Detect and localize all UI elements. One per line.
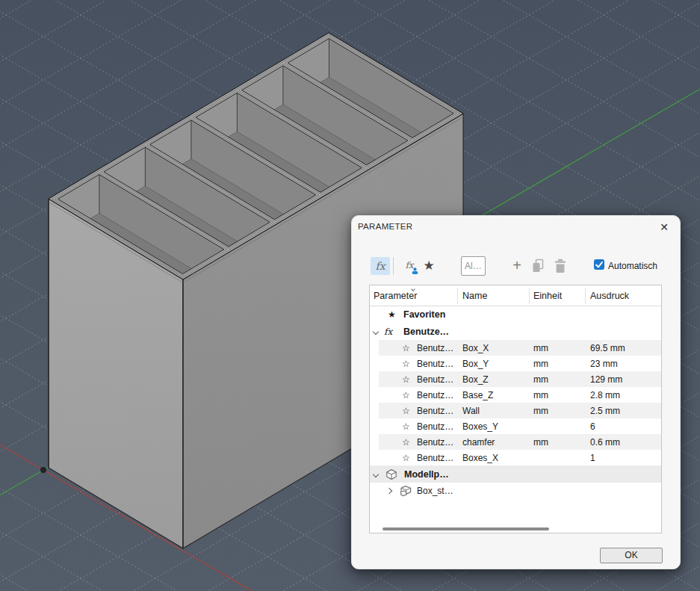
table-rows: ★FavoritenfxBenutze…☆Benutz…Box_Xmm69.5 … [370, 306, 661, 499]
expression-cell: 23 mm [590, 356, 618, 371]
horizontal-scrollbar-thumb[interactable] [382, 527, 549, 530]
unit-cell: mm [533, 356, 548, 371]
unit-cell: mm [533, 387, 548, 403]
parameter-type-cell: Benutz… [417, 371, 453, 387]
favorite-star-icon: ☆ [402, 434, 410, 450]
expression-cell: 2.5 mm [590, 403, 620, 418]
favorite-star-icon: ☆ [402, 450, 410, 465]
table-group-model-parameters[interactable]: Modellp… [370, 465, 661, 483]
table-row-parameter[interactable]: ☆Benutz…Boxes_X1 [370, 450, 661, 465]
unit-cell: mm [533, 340, 548, 356]
name-cell: Base_Z [462, 387, 493, 403]
name-cell: Boxes_X [462, 450, 498, 465]
dialog-title[interactable]: PARAMETER [358, 222, 412, 231]
name-cell: Box_X [462, 340, 489, 356]
application-window: PARAMETER ✕ fx fx ★ + [0, 0, 700, 591]
component-icon [385, 465, 397, 483]
table-header: Parameter Name Einheit Ausdruck [370, 285, 661, 306]
user-parameter-filter-button[interactable]: fx [371, 257, 390, 275]
column-divider [457, 288, 458, 304]
filter-input[interactable] [461, 256, 486, 276]
table-row-parameter[interactable]: ☆Benutz…Boxes_Y6 [370, 418, 661, 434]
row-expander [387, 483, 391, 499]
star-icon: ★ [423, 259, 434, 273]
name-cell: chamfer [462, 434, 495, 450]
cube-icon [385, 468, 397, 480]
fx-icon: fx [384, 323, 392, 340]
origin-point[interactable] [40, 467, 46, 473]
table-row-favorites[interactable]: ★Favoriten [370, 306, 661, 323]
parameter-type-cell: Benutz… [417, 340, 453, 356]
trash-icon [555, 259, 566, 273]
delete-button[interactable] [554, 259, 567, 273]
table-row-parameter[interactable]: ☆Benutz…Box_Ymm23 mm [370, 356, 661, 371]
plus-icon: + [512, 257, 521, 273]
copy-button[interactable] [531, 259, 546, 273]
parameter-dialog: PARAMETER ✕ fx fx ★ + [351, 215, 681, 569]
name-cell: Box_Z [462, 371, 489, 387]
name-cell: Boxes_Y [462, 418, 498, 434]
favorite-star-icon: ☆ [402, 371, 410, 387]
column-divider [585, 288, 586, 304]
expression-cell: 69.5 mm [590, 340, 625, 356]
unit-cell: mm [533, 371, 548, 387]
expression-cell: 1 [590, 450, 595, 465]
favorites-star-icon: ★ [388, 306, 396, 323]
favorite-star-icon: ☆ [402, 418, 410, 434]
expression-cell: 2.8 mm [590, 387, 620, 403]
close-icon[interactable]: ✕ [657, 220, 672, 235]
name-cell: Box_Y [462, 356, 489, 371]
table-row-parameter[interactable]: ☆Benutz…chamfermm0.6 mm [370, 434, 661, 450]
chevron-down-icon [373, 328, 379, 334]
favorites-filter-button[interactable]: ★ [421, 257, 436, 275]
person-icon [412, 267, 418, 274]
parameter-type-cell: Benutz… [417, 434, 453, 450]
unit-cell: mm [533, 403, 548, 418]
unit-cell: mm [533, 434, 548, 450]
add-parameter-button[interactable]: + [509, 257, 524, 275]
body-icon [400, 485, 412, 497]
name-cell: Wall [462, 403, 480, 418]
check-icon [594, 259, 604, 270]
expression-cell: 6 [590, 418, 595, 434]
parameter-type-cell: Benutz… [417, 387, 453, 403]
expression-cell: 0.6 mm [590, 434, 620, 450]
favorite-star-icon: ☆ [402, 403, 410, 418]
group-expander [374, 465, 378, 483]
body-label: Box_st… [417, 483, 453, 499]
table-row-parameter[interactable]: ☆Benutz…Box_Zmm129 mm [370, 371, 661, 387]
chevron-down-icon [373, 471, 379, 477]
toolbar-divider [393, 257, 394, 275]
column-header-einheit: Einheit [533, 285, 562, 306]
favorites-label: Favoriten [403, 306, 445, 323]
table-row-parameter[interactable]: ☆Benutz…Base_Zmm2.8 mm [370, 387, 661, 403]
group-label: Benutze… [403, 323, 449, 340]
favorite-star-icon: ☆ [402, 387, 410, 403]
favorite-star-icon: ☆ [402, 356, 410, 371]
body-icon [400, 483, 412, 499]
expression-cell: 129 mm [590, 371, 622, 387]
parameter-type-cell: Benutz… [417, 450, 453, 465]
table-row-parameter[interactable]: ☆Benutz…Wallmm2.5 mm [370, 403, 661, 418]
auto-checkbox-label: Automatisch [608, 257, 657, 275]
favorite-star-icon: ☆ [402, 340, 410, 356]
group-expander [374, 323, 378, 340]
column-header-name: Name [462, 285, 487, 306]
column-header-ausdruck: Ausdruck [590, 285, 629, 306]
copy-icon [533, 260, 543, 273]
fx-icon: fx [375, 260, 385, 272]
table-row-parameter[interactable]: ☆Benutz…Box_Xmm69.5 mm [370, 340, 661, 356]
group-label: Modellp… [404, 465, 449, 483]
parameter-table: Parameter Name Einheit Ausdruck ★Favorit… [369, 285, 662, 533]
auto-checkbox[interactable] [594, 259, 604, 270]
table-group-user-parameters[interactable]: fxBenutze… [370, 323, 661, 340]
chevron-right-icon [386, 488, 392, 494]
ok-button[interactable]: OK [600, 548, 663, 563]
parameter-type-cell: Benutz… [417, 356, 453, 371]
column-divider [529, 288, 530, 304]
parameter-type-cell: Benutz… [417, 418, 453, 434]
column-header-parameter: Parameter [374, 285, 417, 306]
parameter-type-cell: Benutz… [417, 403, 453, 418]
new-user-parameter-button[interactable]: fx [400, 257, 419, 275]
table-row-body[interactable]: Box_st… [370, 483, 661, 499]
